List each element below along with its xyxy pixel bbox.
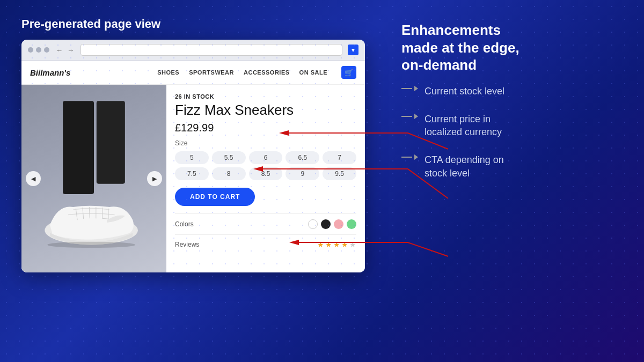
nav-on-sale[interactable]: ON SALE bbox=[299, 69, 327, 76]
annotation-text-cta: CTA depending onstock level bbox=[425, 153, 504, 180]
store-nav: Biilmann's SHOES SPORTSWEAR ACCESSORIES … bbox=[21, 61, 365, 85]
browser-dropdown-icon[interactable]: ▼ bbox=[348, 45, 358, 55]
annotation-cta: CTA depending onstock level bbox=[401, 153, 623, 180]
size-6[interactable]: 6 bbox=[249, 151, 283, 164]
browser-dot-2 bbox=[36, 47, 41, 53]
browser-toolbar: ← → ▼ bbox=[21, 40, 365, 61]
annotation-text-stock: Current stock level bbox=[425, 85, 504, 98]
product-image-container: ◀ ▶ bbox=[21, 85, 166, 272]
star-2: ★ bbox=[325, 240, 332, 249]
enhancement-title: Enhancementsmade at the edge,on-demand bbox=[401, 21, 623, 74]
size-5[interactable]: 5 bbox=[175, 151, 209, 164]
left-panel: Pre-generated page view ← → ▼ bbox=[21, 17, 376, 345]
product-price: £129.99 bbox=[175, 122, 356, 134]
size-8-5[interactable]: 8.5 bbox=[249, 167, 283, 180]
color-black[interactable] bbox=[321, 219, 331, 229]
stock-text: 26 IN STOCK bbox=[175, 93, 214, 100]
section-title: Pre-generated page view bbox=[21, 17, 376, 31]
annotation-stock: Current stock level bbox=[401, 85, 623, 98]
size-5-5[interactable]: 5.5 bbox=[212, 151, 246, 164]
star-5: ★ bbox=[349, 240, 356, 249]
store-page: Biilmann's SHOES SPORTSWEAR ACCESSORIES … bbox=[21, 61, 365, 272]
carousel-prev-button[interactable]: ◀ bbox=[26, 171, 41, 186]
reviews-label: Reviews bbox=[175, 241, 313, 248]
browser-dot-3 bbox=[44, 47, 49, 53]
annotation-text-price: Current price inlocalized currency bbox=[425, 113, 502, 139]
stock-badge: 26 IN STOCK bbox=[175, 93, 356, 100]
annotation-price: Current price inlocalized currency bbox=[401, 113, 623, 139]
nav-sportswear[interactable]: SPORTSWEAR bbox=[189, 69, 234, 76]
star-3: ★ bbox=[333, 240, 340, 249]
sneaker-svg bbox=[21, 98, 166, 259]
product-area: ◀ ▶ 26 IN STOCK Fizz Max Sneakers £129.9… bbox=[21, 85, 365, 272]
store-nav-links: SHOES SPORTSWEAR ACCESSORIES ON SALE 🛒 bbox=[157, 66, 356, 79]
colors-row: Colors bbox=[175, 213, 356, 234]
cart-icon[interactable]: 🛒 bbox=[341, 66, 356, 79]
stars: ★ ★ ★ ★ ★ bbox=[317, 240, 356, 249]
color-green[interactable] bbox=[347, 219, 356, 229]
nav-accessories[interactable]: ACCESSORIES bbox=[244, 69, 290, 76]
browser-dots bbox=[28, 47, 49, 53]
product-name: Fizz Max Sneakers bbox=[175, 102, 356, 119]
annotation-dash-cta bbox=[401, 153, 418, 160]
store-logo: Biilmann's bbox=[30, 68, 157, 77]
size-9-5[interactable]: 9.5 bbox=[323, 167, 356, 180]
size-6-5[interactable]: 6.5 bbox=[286, 151, 319, 164]
size-label: Size bbox=[175, 139, 356, 147]
size-9[interactable]: 9 bbox=[286, 167, 319, 180]
svg-rect-0 bbox=[63, 101, 94, 194]
color-white[interactable] bbox=[308, 219, 318, 229]
nav-shoes[interactable]: SHOES bbox=[157, 69, 179, 76]
annotation-list: Current stock level Current price inloca… bbox=[401, 85, 623, 180]
reviews-row: Reviews ★ ★ ★ ★ ★ bbox=[175, 234, 356, 254]
annotation-dash-price bbox=[401, 113, 418, 119]
star-1: ★ bbox=[317, 240, 324, 249]
add-to-cart-button[interactable]: ADD TO CART bbox=[175, 188, 255, 206]
color-swatches bbox=[308, 219, 356, 229]
browser-mockup: ← → ▼ Biilmann's SHOES SPORTSWEAR ACCESS… bbox=[21, 40, 365, 272]
nav-forward-icon[interactable]: → bbox=[66, 46, 75, 54]
browser-dot-1 bbox=[28, 47, 33, 53]
product-details: 26 IN STOCK Fizz Max Sneakers £129.99 Si… bbox=[166, 85, 365, 272]
browser-nav: ← → bbox=[55, 46, 75, 54]
product-image bbox=[21, 85, 166, 272]
page-container: Pre-generated page view ← → ▼ bbox=[0, 0, 644, 362]
color-pink[interactable] bbox=[334, 219, 343, 229]
browser-url-bar[interactable] bbox=[80, 44, 342, 56]
nav-back-icon[interactable]: ← bbox=[55, 46, 64, 54]
annotation-dash-stock bbox=[401, 85, 418, 91]
svg-rect-1 bbox=[97, 101, 125, 183]
size-7-5[interactable]: 7.5 bbox=[175, 167, 209, 180]
svg-point-3 bbox=[47, 242, 135, 248]
size-8[interactable]: 8 bbox=[212, 167, 246, 180]
star-4: ★ bbox=[341, 240, 348, 249]
colors-label: Colors bbox=[175, 220, 304, 228]
carousel-next-button[interactable]: ▶ bbox=[147, 171, 162, 186]
size-grid: 5 5.5 6 6.5 7 7.5 8 8.5 9 9.5 bbox=[175, 151, 356, 180]
right-panel: Enhancementsmade at the edge,on-demand C… bbox=[376, 17, 623, 345]
size-7[interactable]: 7 bbox=[323, 151, 356, 164]
